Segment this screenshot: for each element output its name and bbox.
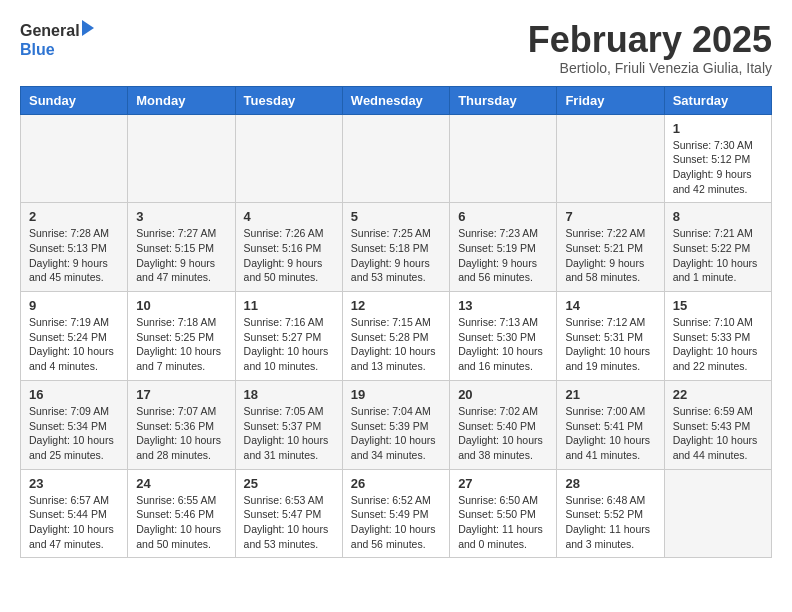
calendar-cell [128, 114, 235, 203]
calendar-day-header: Sunday [21, 86, 128, 114]
calendar-cell: 15Sunrise: 7:10 AMSunset: 5:33 PMDayligh… [664, 292, 771, 381]
day-info: Sunrise: 6:53 AMSunset: 5:47 PMDaylight:… [244, 493, 334, 552]
day-number: 3 [136, 209, 226, 224]
calendar-cell: 2Sunrise: 7:28 AMSunset: 5:13 PMDaylight… [21, 203, 128, 292]
day-info: Sunrise: 7:00 AMSunset: 5:41 PMDaylight:… [565, 404, 655, 463]
day-info: Sunrise: 7:22 AMSunset: 5:21 PMDaylight:… [565, 226, 655, 285]
day-info: Sunrise: 7:09 AMSunset: 5:34 PMDaylight:… [29, 404, 119, 463]
calendar-cell: 5Sunrise: 7:25 AMSunset: 5:18 PMDaylight… [342, 203, 449, 292]
calendar-day-header: Saturday [664, 86, 771, 114]
calendar-week-row: 9Sunrise: 7:19 AMSunset: 5:24 PMDaylight… [21, 292, 772, 381]
calendar-cell [235, 114, 342, 203]
day-info: Sunrise: 7:07 AMSunset: 5:36 PMDaylight:… [136, 404, 226, 463]
calendar-cell: 24Sunrise: 6:55 AMSunset: 5:46 PMDayligh… [128, 469, 235, 558]
day-info: Sunrise: 7:16 AMSunset: 5:27 PMDaylight:… [244, 315, 334, 374]
day-info: Sunrise: 7:19 AMSunset: 5:24 PMDaylight:… [29, 315, 119, 374]
calendar-cell: 9Sunrise: 7:19 AMSunset: 5:24 PMDaylight… [21, 292, 128, 381]
day-info: Sunrise: 7:13 AMSunset: 5:30 PMDaylight:… [458, 315, 548, 374]
day-number: 9 [29, 298, 119, 313]
day-info: Sunrise: 7:10 AMSunset: 5:33 PMDaylight:… [673, 315, 763, 374]
day-number: 25 [244, 476, 334, 491]
calendar-cell: 11Sunrise: 7:16 AMSunset: 5:27 PMDayligh… [235, 292, 342, 381]
day-number: 19 [351, 387, 441, 402]
day-number: 12 [351, 298, 441, 313]
calendar-cell: 3Sunrise: 7:27 AMSunset: 5:15 PMDaylight… [128, 203, 235, 292]
day-number: 2 [29, 209, 119, 224]
calendar-cell: 20Sunrise: 7:02 AMSunset: 5:40 PMDayligh… [450, 380, 557, 469]
calendar-cell: 23Sunrise: 6:57 AMSunset: 5:44 PMDayligh… [21, 469, 128, 558]
day-number: 15 [673, 298, 763, 313]
day-number: 13 [458, 298, 548, 313]
day-info: Sunrise: 7:26 AMSunset: 5:16 PMDaylight:… [244, 226, 334, 285]
day-info: Sunrise: 7:28 AMSunset: 5:13 PMDaylight:… [29, 226, 119, 285]
calendar-day-header: Wednesday [342, 86, 449, 114]
calendar-cell: 14Sunrise: 7:12 AMSunset: 5:31 PMDayligh… [557, 292, 664, 381]
day-info: Sunrise: 6:52 AMSunset: 5:49 PMDaylight:… [351, 493, 441, 552]
day-info: Sunrise: 7:23 AMSunset: 5:19 PMDaylight:… [458, 226, 548, 285]
day-number: 27 [458, 476, 548, 491]
calendar-cell: 8Sunrise: 7:21 AMSunset: 5:22 PMDaylight… [664, 203, 771, 292]
calendar-cell: 17Sunrise: 7:07 AMSunset: 5:36 PMDayligh… [128, 380, 235, 469]
calendar-cell: 21Sunrise: 7:00 AMSunset: 5:41 PMDayligh… [557, 380, 664, 469]
day-info: Sunrise: 7:21 AMSunset: 5:22 PMDaylight:… [673, 226, 763, 285]
day-number: 18 [244, 387, 334, 402]
day-number: 21 [565, 387, 655, 402]
day-number: 5 [351, 209, 441, 224]
calendar-cell: 7Sunrise: 7:22 AMSunset: 5:21 PMDaylight… [557, 203, 664, 292]
calendar-cell: 6Sunrise: 7:23 AMSunset: 5:19 PMDaylight… [450, 203, 557, 292]
day-info: Sunrise: 7:25 AMSunset: 5:18 PMDaylight:… [351, 226, 441, 285]
day-info: Sunrise: 7:30 AMSunset: 5:12 PMDaylight:… [673, 138, 763, 197]
day-number: 7 [565, 209, 655, 224]
calendar-cell: 13Sunrise: 7:13 AMSunset: 5:30 PMDayligh… [450, 292, 557, 381]
calendar-day-header: Tuesday [235, 86, 342, 114]
calendar-week-row: 1Sunrise: 7:30 AMSunset: 5:12 PMDaylight… [21, 114, 772, 203]
calendar-cell: 26Sunrise: 6:52 AMSunset: 5:49 PMDayligh… [342, 469, 449, 558]
calendar-header-row: SundayMondayTuesdayWednesdayThursdayFrid… [21, 86, 772, 114]
day-info: Sunrise: 6:57 AMSunset: 5:44 PMDaylight:… [29, 493, 119, 552]
logo-general: General [20, 20, 94, 41]
calendar-cell [557, 114, 664, 203]
title-section: February 2025 Bertiolo, Friuli Venezia G… [528, 20, 772, 76]
day-number: 17 [136, 387, 226, 402]
day-number: 20 [458, 387, 548, 402]
calendar-cell: 12Sunrise: 7:15 AMSunset: 5:28 PMDayligh… [342, 292, 449, 381]
calendar-cell [450, 114, 557, 203]
calendar-week-row: 16Sunrise: 7:09 AMSunset: 5:34 PMDayligh… [21, 380, 772, 469]
calendar-cell: 4Sunrise: 7:26 AMSunset: 5:16 PMDaylight… [235, 203, 342, 292]
day-info: Sunrise: 6:50 AMSunset: 5:50 PMDaylight:… [458, 493, 548, 552]
day-info: Sunrise: 7:18 AMSunset: 5:25 PMDaylight:… [136, 315, 226, 374]
day-number: 28 [565, 476, 655, 491]
day-number: 8 [673, 209, 763, 224]
day-number: 22 [673, 387, 763, 402]
calendar-week-row: 2Sunrise: 7:28 AMSunset: 5:13 PMDaylight… [21, 203, 772, 292]
day-number: 16 [29, 387, 119, 402]
calendar-cell: 10Sunrise: 7:18 AMSunset: 5:25 PMDayligh… [128, 292, 235, 381]
calendar-week-row: 23Sunrise: 6:57 AMSunset: 5:44 PMDayligh… [21, 469, 772, 558]
day-number: 23 [29, 476, 119, 491]
day-number: 24 [136, 476, 226, 491]
calendar-cell [342, 114, 449, 203]
calendar-cell: 28Sunrise: 6:48 AMSunset: 5:52 PMDayligh… [557, 469, 664, 558]
calendar-cell: 25Sunrise: 6:53 AMSunset: 5:47 PMDayligh… [235, 469, 342, 558]
calendar-day-header: Friday [557, 86, 664, 114]
logo: General Blue [20, 20, 94, 58]
calendar-day-header: Thursday [450, 86, 557, 114]
day-number: 6 [458, 209, 548, 224]
day-number: 4 [244, 209, 334, 224]
day-info: Sunrise: 7:27 AMSunset: 5:15 PMDaylight:… [136, 226, 226, 285]
day-info: Sunrise: 6:48 AMSunset: 5:52 PMDaylight:… [565, 493, 655, 552]
month-year: February 2025 [528, 20, 772, 60]
logo-blue: Blue [20, 41, 55, 59]
calendar-cell: 27Sunrise: 6:50 AMSunset: 5:50 PMDayligh… [450, 469, 557, 558]
calendar-cell: 22Sunrise: 6:59 AMSunset: 5:43 PMDayligh… [664, 380, 771, 469]
calendar-cell [664, 469, 771, 558]
calendar-table: SundayMondayTuesdayWednesdayThursdayFrid… [20, 86, 772, 559]
day-info: Sunrise: 6:55 AMSunset: 5:46 PMDaylight:… [136, 493, 226, 552]
day-info: Sunrise: 7:15 AMSunset: 5:28 PMDaylight:… [351, 315, 441, 374]
calendar-cell: 16Sunrise: 7:09 AMSunset: 5:34 PMDayligh… [21, 380, 128, 469]
day-number: 10 [136, 298, 226, 313]
day-info: Sunrise: 6:59 AMSunset: 5:43 PMDaylight:… [673, 404, 763, 463]
calendar-cell [21, 114, 128, 203]
day-info: Sunrise: 7:02 AMSunset: 5:40 PMDaylight:… [458, 404, 548, 463]
day-info: Sunrise: 7:05 AMSunset: 5:37 PMDaylight:… [244, 404, 334, 463]
